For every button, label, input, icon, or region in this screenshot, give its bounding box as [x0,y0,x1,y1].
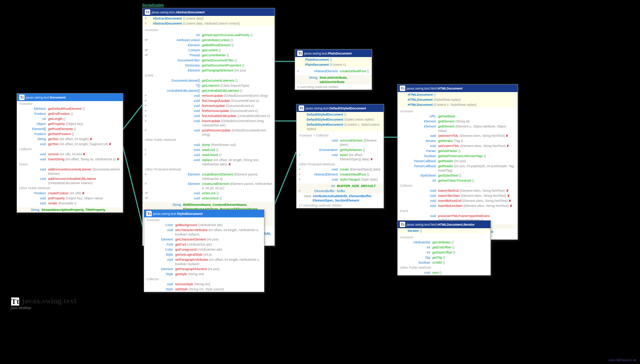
method-row: ElementgetElement (Element e, Object att… [398,124,518,133]
method-row: voidadd/removeUndoableEditListener (Undo… [17,176,123,186]
type-icon: Tt [19,95,25,100]
module-label: java.desktop [11,306,31,310]
box-plaindocument: Ttjavax.swing.text.PlainDocument PlainDo… [295,49,372,90]
method-row: #voidinsert (int offset, ElementSpec[] d… [297,152,384,162]
method-row: voidreplace (int offset, int length, Str… [143,157,274,167]
method-row: #voidstyleChanged (Style style) [297,177,384,182]
method-row: #voidfireUndoableEditUpdate (UndoableEdi… [143,113,274,118]
method-row: Dictionaryget/setDocumentProperties () [143,63,274,68]
svg-line-1 [122,144,144,231]
constructor-row: HTMLDocument (StyleSheet styles) [398,97,518,102]
package-icon: Tt [11,297,20,306]
method-row: voidnext () [398,270,490,275]
method-row: PositiongetEndPosition () [17,111,123,116]
method-row: voidadd/removeDocumentListener (Document… [17,167,123,176]
method-row: #AbstractElementcreateDefaultRoot () [295,69,372,74]
method-row: intgetStartOffset () [398,250,490,255]
method-row: #FvoidwriteUnlock () [143,196,274,201]
method-row: voidremoveStyle (String nm) [144,282,264,287]
box-defaultstyleddocument: Ttjavax.swing.text.DefaultStyledDocument… [296,104,384,208]
method-row: #FThreadgetCurrentWriter () [143,53,274,58]
method-row: voidinsertString (int offset, String str… [17,157,123,162]
method-row: StylegetStyle (String nm) [144,272,264,277]
serializable-label: Serializable [142,3,164,7]
constructor-row: #AbstractDocument (Content data, Attribu… [143,21,274,26]
method-row: voidputProperty (Object key, Object valu… [17,196,123,201]
method-row: voidremove (int offs, int len) ✘ [17,152,123,157]
method-row: ElementgetBidiRootElement () [143,43,274,48]
method-row: ElementgetElement (String id) [398,119,518,124]
method-row: #FAttributeContextgetAttributeContext () [143,38,274,43]
method-row: ObjectgetProperty (Object key) [17,121,123,126]
method-row: URLget/setBase [398,114,518,119]
method-row: ElementgetParagraphElement (int pos) [144,266,264,272]
constructor-row: Iterator () [398,228,490,233]
method-row: IteratorgetIterator (Tag t) [398,138,518,143]
method-row: TaggetTag () [398,255,490,260]
constructor-row: #AbstractDocument (Content data) [143,16,274,21]
method-row: voidsetOuterHTML (Element elem, String h… [398,143,518,148]
method-row: booleanget/setPreservesUnknownTags () [398,153,518,159]
method-row: Styleget/setLogicalStyle (int p) [144,252,264,257]
constructor-row: HTMLDocument () [398,92,518,97]
method-row: voidinsertAfterStart (Element elem, Stri… [398,193,518,198]
method-row: voidinsertBeforeEnd (Element elem, Strin… [398,198,518,203]
method-row: intget/setAsynchronousLoadPriority () [143,32,274,38]
box-htmldocument-iterator: Ttjavax.swing.text.html.HTMLDocument.Ite… [397,220,491,276]
method-row: #voidfireRemoveUpdate (DocumentEvent e) [143,108,274,113]
method-row: #ElementcreateBranchElement (Element par… [143,172,274,181]
method-row: T[]getListeners (Class listenerType) [143,83,274,88]
method-row: FvoidreadUnlock () [143,152,274,157]
method-row: booleanisValid () [398,260,490,265]
method-row: PositiongetStartPosition () [17,131,123,136]
method-row: StringgetText (int offset, int length) ✘ [17,136,123,142]
constructor-row: HTMLDocument (Content c, StyleSheet styl… [398,102,518,107]
field-row: #ElementBufferbuffer [297,188,384,194]
method-row: DocumentListener[]getDocumentListeners (… [143,78,274,83]
method-row: #ElementcreateLeafElement (Element paren… [143,181,274,191]
method-row: intgetLength () [17,116,123,121]
package-label: Ttjavax.swing.text [11,296,77,306]
method-row: voidsetInnerHTML (Element elem, String h… [398,133,518,138]
method-row: voidrender (Runnable r) [17,201,123,206]
method-row: #AbstractElementcreateDefaultRoot () [297,172,384,177]
box-document: Ttjavax.swing.text.Document Accessor Ele… [17,93,123,213]
method-row: voidsetParagraphAttributes (int offset, … [144,257,264,266]
box-styleddocument: Ttjavax.swing.text.StyledDocument Access… [144,209,264,292]
method-row: EnumerationgetStyleNames () [297,147,384,152]
constructor-row: PlainDocument () [295,57,372,62]
method-row: #voidinsertUpdate (DefaultDocumentEvent … [143,118,274,128]
method-row: Element[]getRootElements () [17,126,123,131]
method-row: ElementgetCharacterElement (int pos) [144,237,264,242]
method-row: StyleaddStyle (String nm, Style parent) [144,287,264,292]
method-row: PositioncreatePosition (int offs) ✘ [17,191,123,196]
constructor-row: DefaultStyledDocument (Content c, StyleC… [297,122,384,131]
method-row: voidgetText (int offset, int length, Seg… [17,142,123,147]
method-row: FvoidreadLock () [143,147,274,152]
constructor-row: PlainDocument (Content c) [295,62,372,67]
method-row: FontgetFont (AttributeSet attr) [144,242,264,247]
method-row: ParserCallbackgetReader (int pos, int po… [398,164,518,173]
constructor-row: DefaultStyledDocument (StyleContext styl… [297,117,384,122]
method-row: Parserget/setParser () [398,148,518,153]
method-row: voidinsertBeforeStart (Element elem, Str… [398,203,518,208]
method-row: ColorgetForeground (AttributeSet attr) [144,247,264,252]
method-row: #voidfireInsertUpdate (DocumentEvent e) [143,103,274,108]
method-row: DocumentFilterget/setDocumentFilter () [143,58,274,63]
method-row: voidinsertAfterEnd (Element elem, String… [398,188,518,193]
method-row: UndoableEditListener[]getUndoableEditLis… [143,88,274,93]
method-row: #voidcreate (ElementSpec[] data) [297,167,384,172]
field-row: intBUFFER_SIZE_DEFAULT [297,183,384,188]
title-document: Ttjavax.swing.text.Document [17,94,123,101]
footer-link[interactable]: www.falkhausen.de [608,358,636,362]
method-row: StyleSheetgetStyleSheet () [398,173,518,178]
method-row: voiddump (PrintStream out) [143,142,274,147]
method-row: voidsetCharacterAttributes (int offset, … [144,228,264,237]
method-row: #voidfireChangedUpdate (DocumentEvent e) [143,98,274,103]
method-row: ElementgetParagraphElement (int pos) [143,68,274,73]
method-row: intget/setTokenThreshold () [398,178,518,183]
svg-line-0 [122,105,142,130]
method-row: AttributeSetgetAttributes () [398,240,490,245]
method-row: #voidpostRemoveUpdate (DefaultDocumentEv… [143,128,274,137]
method-row: #FvoidwriteLock () [143,191,274,196]
